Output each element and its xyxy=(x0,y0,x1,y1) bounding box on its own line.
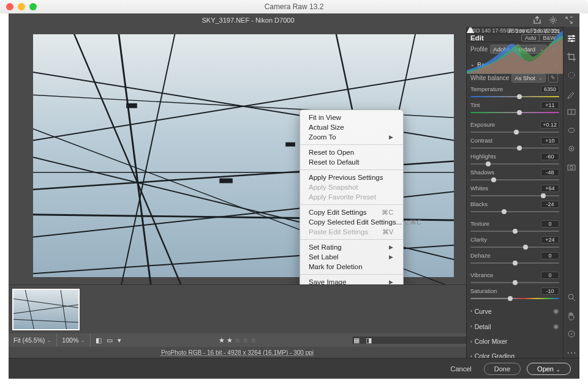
slider-clarity[interactable]: Clarity+24 xyxy=(467,235,563,251)
heal-tool-icon[interactable] xyxy=(566,70,577,81)
svg-line-10 xyxy=(117,34,177,284)
svg-line-37 xyxy=(573,299,575,301)
section-color-grading[interactable]: ›Color Grading xyxy=(467,350,563,358)
eye-icon[interactable]: ◉ xyxy=(553,307,559,315)
section-detail[interactable]: ›Detail◉ xyxy=(467,320,563,333)
slider-label: Tint xyxy=(470,102,480,109)
menu-apply-snapshot: Apply Snapshot xyxy=(300,182,403,192)
gradient-tool-icon[interactable] xyxy=(566,106,577,117)
menu-mark-deletion[interactable]: Mark for Deletion xyxy=(300,262,403,272)
svg-point-36 xyxy=(568,294,573,299)
slider-exposure[interactable]: Exposure+0.12 xyxy=(467,120,563,136)
canvas-area[interactable]: Fit in View Actual Size Zoom To▶ Reset t… xyxy=(9,27,466,284)
svg-point-39 xyxy=(571,333,572,335)
slider-value[interactable]: -60 xyxy=(541,153,559,160)
crop-tool-icon[interactable] xyxy=(566,51,577,62)
grid-view-icon[interactable]: ▦ xyxy=(353,336,360,344)
slider-value[interactable]: -10 xyxy=(541,288,559,295)
sampler-tool-icon[interactable] xyxy=(566,328,577,340)
sidebar-toggle-icon[interactable]: ◨ xyxy=(366,336,372,344)
section-curve[interactable]: ›Curve◉ xyxy=(467,305,563,317)
slider-temperature[interactable]: Temperature6350 xyxy=(467,84,563,100)
svg-line-22 xyxy=(13,319,78,322)
hand-tool-icon[interactable] xyxy=(566,310,577,321)
menu-copy-selected-edit[interactable]: Copy Selected Edit Settings...⌥⌘C xyxy=(300,217,403,227)
slider-value[interactable]: 0 xyxy=(541,272,559,279)
svg-point-33 xyxy=(571,148,573,150)
filter-icon[interactable]: ▾ xyxy=(118,336,121,344)
preview-icon[interactable]: ▭ xyxy=(107,336,113,344)
gear-icon[interactable] xyxy=(549,16,557,24)
slider-label: Temperature xyxy=(470,86,503,93)
slider-shadows[interactable]: Shadows-48 xyxy=(467,168,563,184)
menu-reset-open[interactable]: Reset to Open xyxy=(300,147,403,157)
svg-rect-17 xyxy=(219,179,233,184)
rating-stars[interactable]: ★★☆☆☆ xyxy=(219,336,257,344)
slider-label: Saturation xyxy=(470,288,497,295)
slider-value[interactable]: +24 xyxy=(541,236,559,243)
slider-value[interactable]: +11 xyxy=(541,102,559,109)
image-info-bar[interactable]: ProPhoto RGB - 16 bit - 4928 x 3264 (16.… xyxy=(9,347,466,358)
right-panel: R: 206 G: 209 B: 221 ISO 140 17-55@55 mm… xyxy=(466,27,579,358)
svg-point-0 xyxy=(552,19,554,21)
eye-icon[interactable]: ◉ xyxy=(553,322,559,330)
slider-value[interactable]: 6350 xyxy=(541,86,559,93)
open-button[interactable]: Open⌄ xyxy=(527,363,571,375)
done-button[interactable]: Done xyxy=(484,363,521,375)
fullscreen-icon[interactable] xyxy=(565,16,573,24)
slider-saturation[interactable]: Saturation-10 xyxy=(467,286,563,302)
slider-value[interactable]: 0 xyxy=(541,220,559,228)
svg-point-26 xyxy=(568,37,571,40)
slider-value[interactable]: +64 xyxy=(541,185,559,192)
slider-blacks[interactable]: Blacks-24 xyxy=(467,199,563,215)
zoom-fit-select[interactable]: Fit (45.5%)⌄ xyxy=(9,333,57,347)
slider-label: Shadows xyxy=(470,169,494,176)
slider-value[interactable]: 0 xyxy=(541,252,559,259)
slider-label: Blacks xyxy=(470,201,488,208)
histogram[interactable]: R: 206 G: 209 B: 221 xyxy=(467,27,563,28)
slider-contrast[interactable]: Contrast+10 xyxy=(467,136,563,152)
menu-paste-edit: Paste Edit Settings⌘V xyxy=(300,227,403,237)
redeye-tool-icon[interactable] xyxy=(566,143,577,154)
slider-value[interactable]: -48 xyxy=(541,169,559,176)
slider-value[interactable]: +10 xyxy=(541,137,559,144)
menu-zoom-to[interactable]: Zoom To▶ xyxy=(300,132,403,142)
slider-label: Contrast xyxy=(470,137,492,144)
thumbnail[interactable] xyxy=(12,289,80,330)
eyedropper-icon[interactable]: ✎ xyxy=(548,73,558,83)
brush-tool-icon[interactable] xyxy=(566,88,577,99)
slider-value[interactable]: +0.12 xyxy=(540,121,559,128)
footer-bar: Fit (45.5%)⌄ 100%⌄ ◧ ▭ ▾ ★★☆☆☆ ▦ ◨ xyxy=(9,333,466,347)
menu-save-image[interactable]: Save Image▶ xyxy=(300,277,403,284)
zoom-100-button[interactable]: 100%⌄ xyxy=(57,333,91,347)
dialog-buttons: Cancel Done Open⌄ xyxy=(9,358,579,379)
menu-reset-default[interactable]: Reset to Default xyxy=(300,157,403,167)
slider-value[interactable]: -24 xyxy=(541,201,559,208)
slider-vibrance[interactable]: Vibrance0 xyxy=(467,270,563,286)
slider-whites[interactable]: Whites+64 xyxy=(467,184,563,199)
slider-texture[interactable]: Texture0 xyxy=(467,219,563,235)
share-icon[interactable] xyxy=(533,16,541,24)
cancel-button[interactable]: Cancel xyxy=(445,363,478,374)
menu-actual-size[interactable]: Actual Size xyxy=(300,122,403,132)
slider-tint[interactable]: Tint+11 xyxy=(467,100,563,116)
filmstrip xyxy=(9,284,466,333)
file-title: SKY_3197.NEF - Nikon D7000 xyxy=(9,17,488,24)
svg-line-21 xyxy=(13,305,78,313)
section-color-mixer[interactable]: ›Color Mixer xyxy=(467,335,563,347)
menu-set-label[interactable]: Set Label▶ xyxy=(300,252,403,262)
menu-apply-preset: Apply Favorite Preset xyxy=(300,192,403,202)
wb-select[interactable]: As Shot⌄ xyxy=(511,73,546,83)
compare-icon[interactable]: ◧ xyxy=(96,336,102,344)
menu-apply-previous[interactable]: Apply Previous Settings xyxy=(300,173,403,182)
edit-tool-icon[interactable] xyxy=(566,33,577,44)
slider-highlights[interactable]: Highlights-60 xyxy=(467,152,563,168)
radial-tool-icon[interactable] xyxy=(566,125,577,136)
zoom-tool-icon[interactable] xyxy=(566,292,577,303)
slider-dehaze[interactable]: Dehaze0 xyxy=(467,251,563,267)
menu-fit-in-view[interactable]: Fit in View xyxy=(300,113,403,122)
snapshot-tool-icon[interactable] xyxy=(566,161,577,173)
menu-copy-edit[interactable]: Copy Edit Settings⌘C xyxy=(300,207,403,217)
menu-set-rating[interactable]: Set Rating▶ xyxy=(300,242,403,252)
more-tool-icon[interactable]: ⋯ xyxy=(566,347,577,358)
